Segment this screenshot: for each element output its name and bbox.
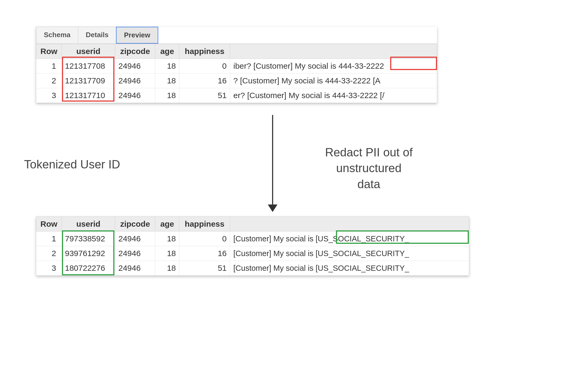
cell-rownum: 3 (36, 261, 62, 276)
table-row: 3 180722276 24946 18 51 [Customer] My so… (36, 261, 469, 276)
arrow-head-icon (268, 204, 277, 212)
label-tokenized-userid: Tokenized User ID (24, 158, 120, 171)
cell-text: [Customer] My social is [US_SOCIAL_SECUR… (230, 231, 469, 246)
cell-age: 18 (155, 246, 179, 261)
cell-text: [Customer] My social is [US_SOCIAL_SECUR… (230, 246, 469, 261)
cell-happiness: 16 (179, 74, 230, 88)
cell-zipcode: 24946 (115, 261, 155, 276)
table-header-row: Row userid zipcode age happiness (36, 217, 469, 231)
col-header-age: age (155, 217, 179, 231)
col-header-row: Row (36, 44, 62, 59)
col-header-text (230, 217, 469, 231)
cell-text: er? [Customer] My social is 444-33-2222 … (230, 88, 437, 103)
table-row: 1 797338592 24946 18 0 [Customer] My soc… (36, 231, 469, 246)
tab-details[interactable]: Details (78, 27, 116, 44)
cell-happiness: 0 (179, 59, 230, 74)
col-header-userid: userid (62, 44, 115, 59)
cell-zipcode: 24946 (115, 74, 155, 88)
cell-age: 18 (155, 59, 179, 74)
label-redact-line3: data (357, 177, 380, 191)
table-row: 2 121317709 24946 18 16 ? [Customer] My … (36, 74, 437, 88)
table-row: 3 121317710 24946 18 51 er? [Customer] M… (36, 88, 437, 103)
col-header-zipcode: zipcode (115, 44, 155, 59)
cell-userid: 121317708 (62, 59, 115, 74)
cell-age: 18 (155, 88, 179, 103)
col-header-age: age (155, 44, 179, 59)
cell-zipcode: 24946 (115, 59, 155, 74)
col-header-zipcode: zipcode (115, 217, 155, 231)
arrow-line (272, 115, 273, 206)
cell-text: [Customer] My social is [US_SOCIAL_SECUR… (230, 261, 469, 276)
cell-rownum: 1 (36, 231, 62, 246)
tab-schema[interactable]: Schema (36, 27, 78, 44)
cell-happiness: 51 (179, 88, 230, 103)
tab-preview[interactable]: Preview (116, 27, 158, 44)
bottom-data-table: Row userid zipcode age happiness 1 79733… (36, 217, 469, 276)
table-row: 2 939761292 24946 18 16 [Customer] My so… (36, 246, 469, 261)
cell-text: iber? [Customer] My social is 444-33-222… (230, 59, 437, 74)
cell-userid: 939761292 (62, 246, 115, 261)
cell-age: 18 (155, 231, 179, 246)
top-table-panel: Schema Details Preview Row userid zipcod… (36, 27, 437, 103)
cell-rownum: 1 (36, 59, 62, 74)
top-data-table: Row userid zipcode age happiness 1 12131… (36, 44, 437, 103)
col-header-row: Row (36, 217, 62, 231)
cell-userid: 180722276 (62, 261, 115, 276)
col-header-userid: userid (62, 217, 115, 231)
cell-happiness: 16 (179, 246, 230, 261)
cell-userid: 797338592 (62, 231, 115, 246)
table-row: 1 121317708 24946 18 0 iber? [Customer] … (36, 59, 437, 74)
label-redact-line2: unstructured (336, 161, 402, 175)
cell-rownum: 2 (36, 246, 62, 261)
label-redact-pii: Redact PII out of unstructured data (297, 144, 441, 192)
cell-zipcode: 24946 (115, 246, 155, 261)
cell-zipcode: 24946 (115, 231, 155, 246)
table-header-row: Row userid zipcode age happiness (36, 44, 437, 59)
label-redact-line1: Redact PII out of (325, 146, 413, 159)
cell-rownum: 3 (36, 88, 62, 103)
col-header-text (230, 44, 437, 59)
cell-zipcode: 24946 (115, 88, 155, 103)
transform-arrow (267, 115, 278, 214)
cell-userid: 121317710 (62, 88, 115, 103)
col-header-happiness: happiness (179, 44, 230, 59)
bottom-table-panel: Row userid zipcode age happiness 1 79733… (36, 217, 469, 276)
cell-age: 18 (155, 261, 179, 276)
cell-userid: 121317709 (62, 74, 115, 88)
cell-happiness: 51 (179, 261, 230, 276)
tab-bar: Schema Details Preview (36, 27, 437, 44)
col-header-happiness: happiness (179, 217, 230, 231)
cell-rownum: 2 (36, 74, 62, 88)
cell-happiness: 0 (179, 231, 230, 246)
cell-age: 18 (155, 74, 179, 88)
cell-text: ? [Customer] My social is 444-33-2222 [A (230, 74, 437, 88)
